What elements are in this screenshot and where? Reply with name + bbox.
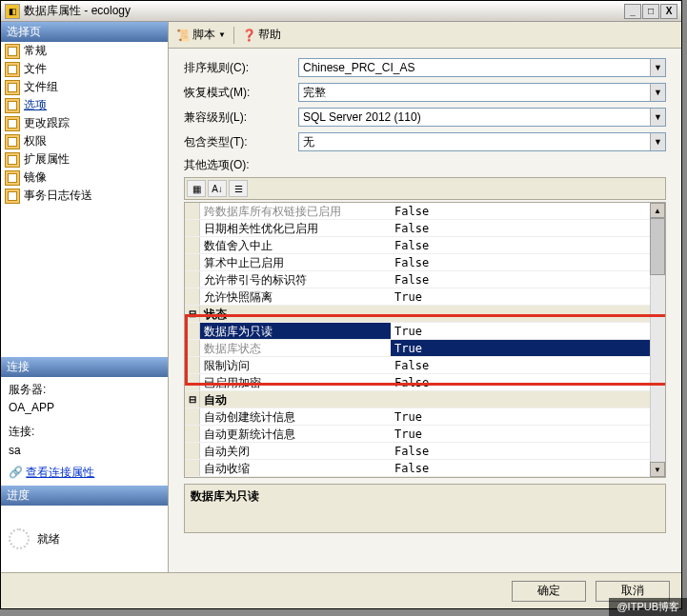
minimize-button[interactable]: _ xyxy=(624,4,641,19)
expand-icon xyxy=(185,374,200,390)
prop-name: 自动关闭 xyxy=(200,443,391,459)
script-button[interactable]: 📜 脚本 ▼ xyxy=(172,25,230,45)
expand-icon xyxy=(185,357,200,373)
prop-value[interactable]: False xyxy=(391,271,665,288)
grid-row[interactable]: 允许快照隔离True xyxy=(185,288,665,306)
expand-icon xyxy=(185,220,200,236)
scroll-down-button[interactable]: ▼ xyxy=(650,462,665,477)
page-icon xyxy=(5,170,20,186)
prop-value[interactable] xyxy=(391,306,665,322)
alphabetical-button[interactable]: A↓ xyxy=(208,180,227,197)
prop-value[interactable] xyxy=(391,391,665,407)
progress-header: 进度 xyxy=(1,486,168,506)
grid-row[interactable]: 限制访问False xyxy=(185,357,665,374)
property-grid-toolbar: ▦ A↓ ☰ xyxy=(184,177,666,200)
nav-item[interactable]: 扩展属性 xyxy=(1,150,168,169)
chevron-down-icon: ▼ xyxy=(650,84,665,101)
prop-value[interactable]: False xyxy=(391,477,665,478)
nav-item[interactable]: 文件 xyxy=(1,60,168,78)
expand-icon: ⊟ xyxy=(185,391,200,407)
grid-row[interactable]: 数据库为只读True xyxy=(185,323,665,340)
help-button[interactable]: ❓ 帮助 xyxy=(238,25,285,45)
chevron-down-icon: ▼ xyxy=(218,30,226,39)
help-icon: ❓ xyxy=(242,29,255,42)
grid-row[interactable]: 自动异步更新统计信息False xyxy=(185,477,665,478)
nav-label: 权限 xyxy=(24,133,47,149)
prop-value[interactable]: False xyxy=(391,443,665,459)
prop-value[interactable]: True xyxy=(391,426,665,442)
window-title: 数据库属性 - ecology xyxy=(24,3,623,19)
conn-props-icon: 🔗 xyxy=(9,466,23,479)
expand-icon xyxy=(185,203,200,219)
expand-icon xyxy=(185,323,200,339)
nav-label: 文件组 xyxy=(24,79,58,95)
nav-item[interactable]: 更改跟踪 xyxy=(1,114,168,132)
prop-value[interactable]: False xyxy=(391,203,665,219)
expand-icon xyxy=(185,477,200,478)
prop-name: 数据库为只读 xyxy=(200,323,391,339)
prop-value[interactable]: False xyxy=(391,374,665,390)
close-button[interactable]: X xyxy=(660,4,677,19)
nav-item[interactable]: 权限 xyxy=(1,132,168,150)
grid-row[interactable]: 已启用加密False xyxy=(185,374,665,391)
page-icon xyxy=(5,189,20,204)
properties-button[interactable]: ☰ xyxy=(229,180,248,197)
server-label: 服务器: xyxy=(9,381,160,399)
prop-name: 自动更新统计信息 xyxy=(200,426,391,442)
grid-row[interactable]: 自动创建统计信息True xyxy=(185,408,665,426)
grid-row[interactable]: 数值舍入中止False xyxy=(185,237,665,254)
page-icon xyxy=(5,116,20,131)
prop-value[interactable]: False xyxy=(391,357,665,373)
nav-item[interactable]: 常规 xyxy=(1,42,168,60)
ok-button[interactable]: 确定 xyxy=(512,581,586,602)
grid-row[interactable]: 跨数据库所有权链接已启用False xyxy=(185,203,665,220)
page-icon xyxy=(5,80,20,95)
progress-panel: 就绪 xyxy=(1,506,168,572)
maximize-button[interactable]: □ xyxy=(642,4,659,19)
grid-row[interactable]: 算术中止已启用False xyxy=(185,254,665,271)
scroll-thumb[interactable] xyxy=(650,218,665,275)
prop-value[interactable]: True xyxy=(391,288,665,305)
prop-value[interactable]: False xyxy=(391,220,665,236)
collation-select[interactable]: Chinese_PRC_CI_AS▼ xyxy=(298,58,666,77)
options-form: 排序规则(C): Chinese_PRC_CI_AS▼ 恢复模式(M): 完整▼… xyxy=(169,49,681,537)
grid-row[interactable]: 数据库状态True xyxy=(185,340,665,357)
nav-label: 事务日志传送 xyxy=(24,188,92,204)
titlebar[interactable]: ◧ 数据库属性 - ecology _ □ X xyxy=(1,1,681,22)
containment-select[interactable]: 无▼ xyxy=(298,132,666,151)
grid-row[interactable]: 自动更新统计信息True xyxy=(185,426,665,443)
prop-value[interactable]: True xyxy=(391,323,665,339)
nav-item[interactable]: 文件组 xyxy=(1,78,168,96)
categorized-button[interactable]: ▦ xyxy=(187,180,206,197)
nav-item[interactable]: 事务日志传送 xyxy=(1,187,168,205)
nav-item[interactable]: 选项 xyxy=(1,96,168,114)
compat-select[interactable]: SQL Server 2012 (110)▼ xyxy=(298,108,666,127)
chevron-down-icon: ▼ xyxy=(650,59,665,76)
prop-value[interactable]: False xyxy=(391,254,665,270)
grid-row[interactable]: 自动收缩False xyxy=(185,460,665,477)
prop-value[interactable]: True xyxy=(391,408,665,425)
grid-row[interactable]: 自动关闭False xyxy=(185,443,665,460)
nav-item[interactable]: 镜像 xyxy=(1,169,168,187)
recovery-select[interactable]: 完整▼ xyxy=(298,83,666,102)
nav-label: 更改跟踪 xyxy=(24,115,70,131)
select-page-header: 选择页 xyxy=(1,22,168,42)
script-icon: 📜 xyxy=(176,29,190,42)
grid-row[interactable]: 允许带引号的标识符False xyxy=(185,271,665,288)
property-grid[interactable]: ▲ ▼ 跨数据库所有权链接已启用False日期相关性优化已启用False数值舍入… xyxy=(184,202,666,478)
scroll-up-button[interactable]: ▲ xyxy=(650,203,665,218)
prop-name: 数据库状态 xyxy=(200,340,391,356)
grid-category[interactable]: ⊟状态 xyxy=(185,306,665,323)
grid-category[interactable]: ⊟自动 xyxy=(185,391,665,408)
prop-name: 允许带引号的标识符 xyxy=(200,271,391,288)
prop-name: 允许快照隔离 xyxy=(200,288,391,305)
prop-name: 跨数据库所有权链接已启用 xyxy=(200,203,391,219)
expand-icon xyxy=(185,254,200,270)
expand-icon: ⊟ xyxy=(185,306,200,322)
grid-row[interactable]: 日期相关性优化已启用False xyxy=(185,220,665,237)
prop-value[interactable]: True xyxy=(391,340,665,356)
prop-value[interactable]: False xyxy=(391,460,665,476)
prop-value[interactable]: False xyxy=(391,237,665,253)
nav-label: 选项 xyxy=(24,97,47,113)
view-connection-properties-link[interactable]: 查看连接属性 xyxy=(26,466,94,479)
